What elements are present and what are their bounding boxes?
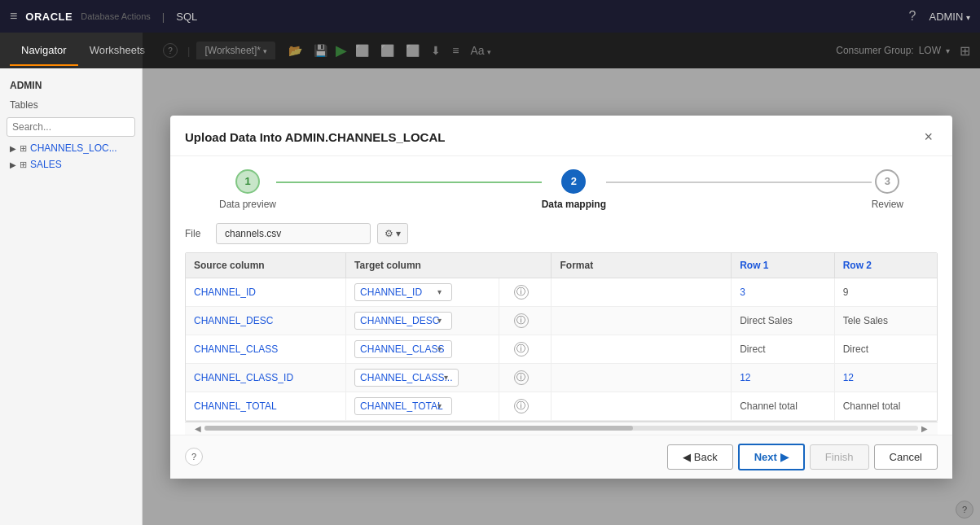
source-col-cell: CHANNEL_TOTAL: [186, 392, 346, 420]
next-icon: ▶: [780, 451, 789, 463]
sidebar-section-tables[interactable]: Tables: [7, 96, 135, 114]
target-select[interactable]: CHANNEL_ID: [354, 283, 452, 301]
row1-cell: 3: [732, 278, 835, 306]
footer-right: ◀ Back Next ▶ Finish Cancel: [667, 444, 938, 470]
format-cell: [552, 392, 732, 420]
step-circle-1: 1: [235, 169, 260, 194]
expand-icon: ▶: [10, 144, 16, 153]
target-col-cell: CHANNEL_ID▾: [346, 278, 499, 306]
info-cell: ⓘ: [499, 392, 552, 420]
col-row1: Row 1: [732, 253, 835, 278]
sidebar: ADMIN Tables ▶ ⊞ CHANNELS_LOC... ▶ ⊞ SAL…: [0, 68, 143, 525]
info-cell: ⓘ: [499, 335, 552, 363]
format-cell: [552, 335, 732, 363]
scroll-track: [204, 426, 918, 431]
menu-icon[interactable]: ≡: [10, 9, 17, 24]
step-circle-3: 3: [875, 169, 899, 194]
nav-tabs: Navigator Worksheets: [10, 36, 156, 66]
settings-icon: ⚙: [385, 228, 393, 239]
topbar-separator: |: [162, 11, 165, 23]
file-settings-button[interactable]: ⚙ ▾: [377, 223, 408, 244]
row1-cell: Direct: [732, 335, 835, 363]
table-row: CHANNEL_CLASSCHANNEL_CLASS▾ⓘDirectDirect: [186, 335, 937, 363]
modal-header: Upload Data Into ADMIN.CHANNELS_LOCAL ×: [170, 116, 952, 156]
row1-cell: Channel total: [732, 392, 835, 420]
col-format: Format: [552, 253, 732, 278]
back-button[interactable]: ◀ Back: [667, 444, 733, 470]
row2-cell: Channel total: [834, 392, 937, 420]
target-select[interactable]: CHANNEL_TOTAL: [354, 397, 452, 415]
col-row2: Row 2: [834, 253, 937, 278]
topbar-module: SQL: [176, 11, 197, 23]
close-button[interactable]: ×: [919, 127, 938, 147]
info-icon[interactable]: ⓘ: [514, 313, 529, 328]
info-icon[interactable]: ⓘ: [514, 285, 529, 300]
scroll-thumb: [204, 426, 633, 431]
main-layout: ADMIN Tables ▶ ⊞ CHANNELS_LOC... ▶ ⊞ SAL…: [0, 68, 980, 525]
target-select[interactable]: CHANNEL_DESC: [354, 312, 452, 330]
footer-left: ?: [185, 448, 203, 466]
cancel-button[interactable]: Cancel: [874, 444, 938, 470]
target-col-cell: CHANNEL_CLASS...▾: [346, 363, 499, 392]
col-target: Target column: [346, 253, 552, 278]
source-col-cell: CHANNEL_DESC: [186, 306, 346, 335]
sidebar-search-input[interactable]: [7, 117, 135, 137]
next-button[interactable]: Next ▶: [738, 444, 805, 470]
row2-cell: 9: [834, 278, 937, 306]
row1-cell: 12: [732, 363, 835, 392]
topbar-right: ? ADMIN ▾: [909, 9, 970, 24]
info-icon[interactable]: ⓘ: [514, 342, 529, 357]
table-row: CHANNEL_DESCCHANNEL_DESC▾ⓘDirect SalesTe…: [186, 306, 937, 335]
row2-cell: Tele Sales: [834, 306, 937, 335]
row2-cell: Direct: [834, 335, 937, 363]
scrollbar-x[interactable]: ◀ ▶: [185, 422, 938, 435]
step-line-1: [276, 182, 542, 183]
table-row: CHANNEL_IDCHANNEL_ID▾ⓘ39: [186, 278, 937, 306]
file-section: File ⚙ ▾: [185, 223, 938, 244]
scroll-right-icon[interactable]: ▶: [918, 424, 931, 433]
step-label-2: Data mapping: [542, 199, 606, 210]
file-label: File: [185, 228, 209, 239]
sidebar-item-label-channels: CHANNELS_LOC...: [30, 142, 117, 154]
topbar-help-icon[interactable]: ?: [909, 9, 916, 24]
app-name: Database Actions: [81, 11, 151, 21]
file-name-input[interactable]: [216, 223, 371, 244]
info-cell: ⓘ: [499, 306, 552, 335]
info-cell: ⓘ: [499, 278, 552, 306]
source-col-cell: CHANNEL_CLASS: [186, 335, 346, 363]
upload-modal: Upload Data Into ADMIN.CHANNELS_LOCAL × …: [170, 116, 952, 479]
user-chevron: ▾: [966, 13, 970, 22]
info-cell: ⓘ: [499, 363, 552, 392]
table-row: CHANNEL_CLASS_IDCHANNEL_CLASS...▾ⓘ1212: [186, 363, 937, 392]
row1-cell: Direct Sales: [732, 306, 835, 335]
format-cell: [552, 278, 732, 306]
topbar: ≡ ORACLE Database Actions | SQL ? ADMIN …: [0, 0, 980, 33]
col-source: Source column: [186, 253, 346, 278]
main-content: Upload Data Into ADMIN.CHANNELS_LOCAL × …: [143, 68, 980, 525]
step-label-1: Data preview: [219, 199, 276, 210]
step-3: 3 Review: [872, 169, 903, 210]
target-col-cell: CHANNEL_DESC▾: [346, 306, 499, 335]
tab-navigator[interactable]: Navigator: [10, 36, 78, 66]
table-row: CHANNEL_TOTALCHANNEL_TOTAL▾ⓘChannel tota…: [186, 392, 937, 420]
sidebar-item-label-sales: SALES: [30, 159, 62, 170]
source-col-cell: CHANNEL_ID: [186, 278, 346, 306]
modal-title: Upload Data Into ADMIN.CHANNELS_LOCAL: [185, 130, 445, 144]
sidebar-item-channels[interactable]: ▶ ⊞ CHANNELS_LOC...: [7, 140, 135, 156]
info-icon[interactable]: ⓘ: [514, 399, 529, 413]
mapping-table-wrap[interactable]: Source column Target column Format Row 1…: [185, 252, 938, 422]
topbar-user[interactable]: ADMIN ▾: [929, 11, 970, 23]
settings-chevron: ▾: [396, 228, 401, 239]
modal-footer: ? ◀ Back Next ▶ Finish Cancel: [170, 435, 952, 479]
back-label: Back: [694, 451, 718, 463]
footer-help-button[interactable]: ?: [185, 448, 203, 466]
sidebar-item-sales[interactable]: ▶ ⊞ SALES: [7, 156, 135, 173]
format-cell: [552, 363, 732, 392]
target-select[interactable]: CHANNEL_CLASS...: [354, 369, 459, 387]
target-col-cell: CHANNEL_CLASS▾: [346, 335, 499, 363]
scroll-left-icon[interactable]: ◀: [191, 424, 204, 433]
format-cell: [552, 306, 732, 335]
target-select[interactable]: CHANNEL_CLASS: [354, 340, 452, 358]
info-icon[interactable]: ⓘ: [514, 370, 529, 385]
table-icon-sales: ⊞: [20, 160, 27, 170]
